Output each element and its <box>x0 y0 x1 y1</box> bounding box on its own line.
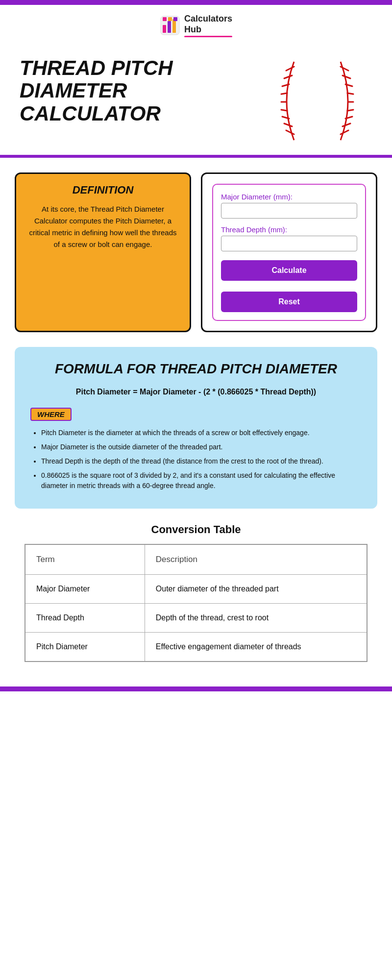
table-row: Thread Depth Depth of the thread, crest … <box>25 603 367 632</box>
baseball-stitches-icon <box>265 57 372 145</box>
conversion-section: Conversion Table Term Description Major … <box>15 523 377 677</box>
logo-text: Calculators Hub <box>184 14 232 37</box>
page-title: THREAD PITCH DIAMETER CALCULATOR <box>20 57 176 125</box>
formula-section: FORMULA FOR THREAD PITCH DIAMETER Pitch … <box>15 347 377 509</box>
thread-depth-input[interactable] <box>221 236 357 251</box>
calculator-box: Major Diameter (mm): Thread Depth (mm): … <box>201 172 377 332</box>
formula-item-2: Major Diameter is the outside diameter o… <box>41 442 362 452</box>
svg-line-12 <box>281 110 287 111</box>
table-cell-pitch-diameter-desc: Effective engagement diameter of threads <box>145 632 367 662</box>
svg-line-10 <box>281 93 287 94</box>
definition-title: DEFINITION <box>26 184 180 196</box>
where-badge: WHERE <box>30 408 72 421</box>
major-diameter-label: Major Diameter (mm): <box>221 193 357 201</box>
svg-line-23 <box>343 123 350 126</box>
svg-rect-5 <box>168 17 172 21</box>
svg-rect-2 <box>168 21 171 33</box>
formula-equation: Pitch Diameter = Major Diameter - (2 * (… <box>30 386 362 398</box>
definition-box: DEFINITION At its core, the Thread Pitch… <box>15 172 191 332</box>
formula-item-4: 0.866025 is the square root of 3 divided… <box>41 470 362 491</box>
major-diameter-field-group: Major Diameter (mm): <box>221 193 357 219</box>
svg-line-15 <box>286 130 294 134</box>
formula-title: FORMULA FOR THREAD PITCH DIAMETER <box>30 361 362 377</box>
formula-item-3: Thread Depth is the depth of the thread … <box>41 456 362 466</box>
bottom-border <box>0 686 392 691</box>
svg-line-21 <box>347 110 353 111</box>
table-header-term: Term <box>25 544 145 575</box>
svg-rect-1 <box>163 25 166 33</box>
conversion-table: Term Description Major Diameter Outer di… <box>24 544 368 662</box>
logo-container: Calculators Hub <box>160 14 232 37</box>
table-cell-major-diameter-term: Major Diameter <box>25 574 145 603</box>
logo-hub: Hub <box>184 24 232 35</box>
table-header-description: Description <box>145 544 367 575</box>
conversion-table-title: Conversion Table <box>24 523 368 536</box>
svg-line-8 <box>284 75 292 78</box>
header: Calculators Hub <box>0 5 392 42</box>
svg-rect-6 <box>173 17 177 21</box>
logo-underline <box>184 36 232 37</box>
hero-image <box>265 57 372 145</box>
formula-list: Pitch Diameter is the diameter at which … <box>30 428 362 491</box>
table-cell-thread-depth-term: Thread Depth <box>25 603 145 632</box>
calculate-button[interactable]: Calculate <box>221 260 357 281</box>
svg-line-16 <box>341 67 348 71</box>
reset-button[interactable]: Reset <box>221 292 357 312</box>
table-cell-thread-depth-desc: Depth of the thread, crest to root <box>145 603 367 632</box>
table-row: Pitch Diameter Effective engagement diam… <box>25 632 367 662</box>
logo-icon <box>160 15 180 36</box>
table-header-row: Term Description <box>25 544 367 575</box>
thread-depth-label: Thread Depth (mm): <box>221 225 357 234</box>
hero-section: THREAD PITCH DIAMETER CALCULATOR <box>0 42 392 158</box>
svg-rect-3 <box>172 19 176 33</box>
logo-calculators: Calculators <box>184 14 232 24</box>
svg-line-24 <box>341 130 348 134</box>
table-row: Major Diameter Outer diameter of the thr… <box>25 574 367 603</box>
svg-line-7 <box>286 67 294 71</box>
main-content: DEFINITION At its core, the Thread Pitch… <box>0 158 392 686</box>
definition-text: At its core, the Thread Pitch Diameter C… <box>26 203 180 250</box>
svg-line-17 <box>343 75 350 78</box>
table-cell-pitch-diameter-term: Pitch Diameter <box>25 632 145 662</box>
table-cell-major-diameter-desc: Outer diameter of the threaded part <box>145 574 367 603</box>
svg-line-14 <box>284 123 292 126</box>
major-diameter-input[interactable] <box>221 203 357 219</box>
calculator-inner: Major Diameter (mm): Thread Depth (mm): … <box>212 184 366 321</box>
svg-line-19 <box>347 93 353 94</box>
def-calc-row: DEFINITION At its core, the Thread Pitch… <box>15 172 377 332</box>
svg-rect-4 <box>163 17 167 21</box>
top-border <box>0 0 392 5</box>
formula-item-1: Pitch Diameter is the diameter at which … <box>41 428 362 438</box>
thread-depth-field-group: Thread Depth (mm): <box>221 225 357 251</box>
